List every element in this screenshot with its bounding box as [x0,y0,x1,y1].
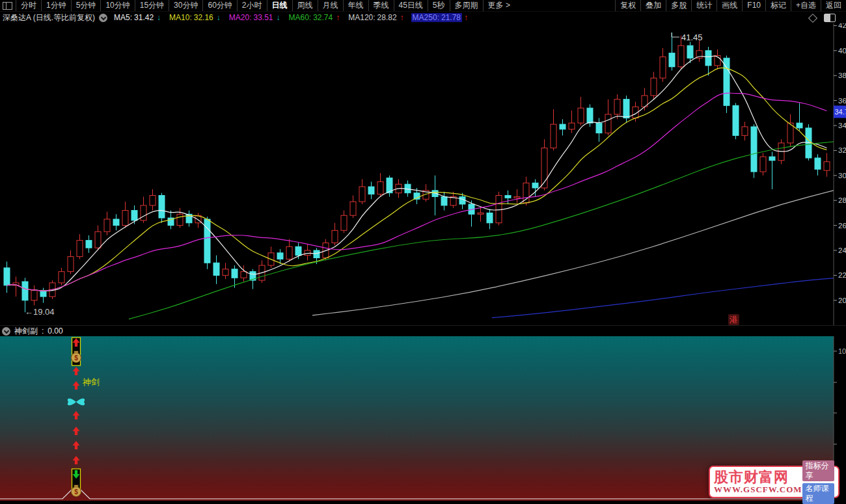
overlay-MA250 [492,278,834,318]
high-pointer [672,33,679,37]
ma-label: MA120: [348,13,375,22]
ma-readout-2[interactable]: MA20:33.51↓ [228,13,280,22]
action-item-4[interactable]: 画线 [716,0,742,11]
signal-arrow-up-icon [73,411,80,419]
ma-label: MA20: [229,13,252,22]
main-candlestick-chart[interactable]: 42403836343230282624222034.741.45←19.04港 [0,23,846,325]
period-item-16[interactable]: 更多 > [483,0,515,11]
svg-text:$: $ [74,354,78,362]
ma-readout-0[interactable]: MA5:31.42↓ [113,13,161,22]
latest-price-text: 34.7 [835,108,846,116]
period-item-9[interactable]: 周线 [292,0,318,11]
collapse-chevron-icon[interactable] [99,14,107,22]
indicator-separator: : [42,326,44,336]
watermark-site: WWW.GSCFW.COM [714,485,802,494]
ma-value: 21.78 [441,13,461,22]
period-item-4[interactable]: 15分钟 [135,0,169,11]
period-item-12[interactable]: 季线 [368,0,394,11]
watermark-badges: 指标分享名师课程 [802,460,834,504]
watermark: 股市财富网 WWW.GSCFW.COM 指标分享名师课程 [709,466,839,498]
ma-value: 28.82 [377,13,397,22]
indicator-value: 0.00 [48,326,62,336]
axis-label: 32 [838,146,846,154]
action-item-2[interactable]: 多股 [666,0,691,11]
layout-split-icon[interactable] [824,14,836,22]
watermark-text: 股市财富网 WWW.GSCFW.COM [714,470,802,494]
axis-label: 38 [838,72,846,79]
period-item-14[interactable]: 5秒 [428,0,450,11]
arrow-down-icon: ↓ [157,13,161,22]
high-annotation: 41.45 [681,33,703,42]
signal-arrow-up-icon [73,441,80,449]
axis-label: 34 [838,122,846,129]
period-menu: 分时1分钟5分钟10分钟15分钟30分钟60分钟2小时日线周线月线年线季线45日… [16,0,515,11]
chart-title: 深桑达A (日线.等比前复权) [3,12,95,23]
ma-value: 33.51 [253,13,273,22]
overlay-MA5 [7,56,827,291]
axis-label: 20 [838,297,846,304]
overlay-MA120 [312,191,834,315]
action-menu: 复权叠加多股统计画线F10标记+自选返回 [615,0,846,11]
period-item-13[interactable]: 45日线 [394,0,428,11]
indicator-name: 神剑副 [14,326,38,337]
action-item-1[interactable]: 叠加 [640,0,666,11]
period-item-3[interactable]: 10分钟 [100,0,134,11]
ma-readout-5[interactable]: MA250:21.78↑ [411,13,468,22]
period-item-11[interactable]: 年线 [343,0,368,11]
period-item-2[interactable]: 5分钟 [71,0,101,11]
period-item-5[interactable]: 30分钟 [169,0,202,11]
watermark-badge-0: 指标分享 [802,460,834,481]
action-item-6[interactable]: 标记 [765,0,791,11]
action-item-7[interactable]: +自选 [791,0,821,11]
arrow-up-icon: ↑ [336,13,340,22]
period-item-15[interactable]: 多周期 [450,0,483,11]
signal-label: 神剑 [82,377,100,387]
indicator-collapse-icon[interactable] [2,327,10,336]
axis-label: 28 [838,196,846,204]
ma-value: 32.16 [194,13,213,22]
action-item-0[interactable]: 复权 [615,0,640,11]
axis-label: 22 [838,271,846,279]
period-item-10[interactable]: 月线 [318,0,343,11]
low-annotation: ←19.04 [25,307,55,317]
signal-arrow-up-icon [73,367,80,375]
axis-label: 24 [838,246,846,254]
arrow-up-icon: ↑ [400,13,404,22]
candlestick-series [4,33,830,312]
action-item-5[interactable]: F10 [742,0,765,11]
period-item-7[interactable]: 2小时 [237,0,267,11]
watermark-title: 股市财富网 [714,470,802,485]
signal-arrow-up-icon [73,456,80,464]
ma-label: MA5: [114,13,132,22]
diamond-icon[interactable] [808,13,817,22]
axis-label: 30 [838,172,846,179]
header-right-icons [810,14,836,22]
hk-marker-text: 港 [730,315,738,325]
action-item-8[interactable]: 返回 [821,0,846,11]
period-item-0[interactable]: 分时 [16,0,41,11]
window-split-icon[interactable] [3,2,12,10]
axis-label: 36 [838,97,846,105]
arrow-up-icon: ↑ [464,13,468,22]
ma-readout-4[interactable]: MA120:28.82↑ [347,13,403,22]
ma-readout-3[interactable]: MA60:32.74↑ [288,13,340,22]
axis-label: 40 [838,47,846,55]
watermark-badge-1: 名师课程 [802,483,834,504]
action-item-3[interactable]: 统计 [691,0,716,11]
indicator-header[interactable]: 神剑副 : 0.00 [0,325,846,336]
butterfly-icon [68,399,85,406]
arrow-down-icon: ↓ [217,13,221,22]
signal-arrow-up-icon [73,381,80,390]
period-item-8[interactable]: 日线 [267,0,292,11]
period-item-1[interactable]: 1分钟 [41,0,71,11]
indicator-axis-label: 10 [838,347,846,355]
toolbar: 分时1分钟5分钟10分钟15分钟30分钟60分钟2小时日线周线月线年线季线45日… [0,0,846,12]
svg-text:$: $ [74,488,78,496]
overlay-MA10 [7,68,827,291]
overlay-MA60 [129,142,834,319]
ma-value: 32.74 [313,13,333,22]
period-item-6[interactable]: 60分钟 [202,0,236,11]
arrow-down-icon: ↓ [277,13,280,22]
axis-label: 42 [838,23,846,29]
ma-readout-1[interactable]: MA10:32.16↓ [168,13,221,22]
